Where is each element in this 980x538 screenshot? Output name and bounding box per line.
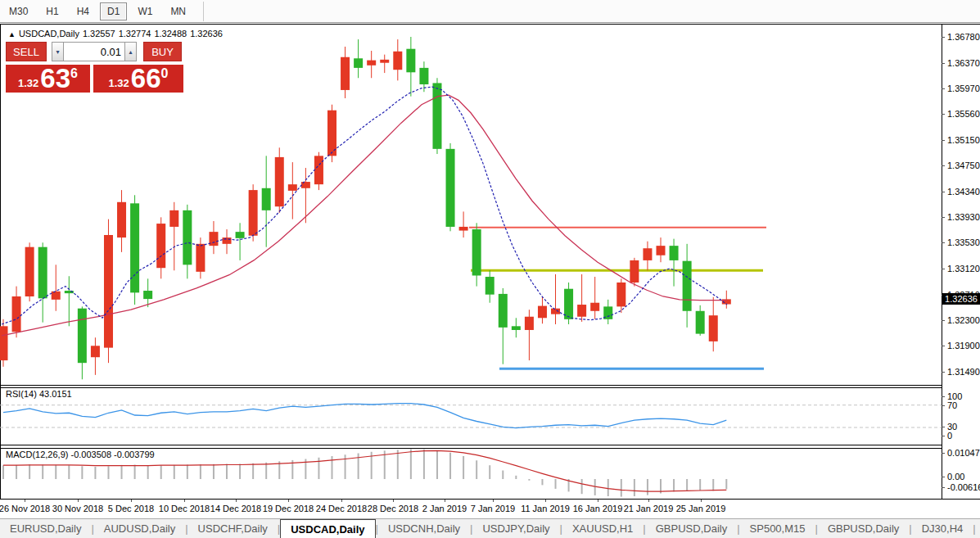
chart-tab-usdchf-daily[interactable]: USDCHF,Daily	[188, 519, 278, 538]
rsi-indicator-chart[interactable]	[0, 388, 942, 445]
ohlc-open: 1.32557	[83, 29, 115, 38]
price-tick-label: 1.36780	[947, 32, 980, 42]
candle-body	[551, 309, 560, 314]
collapse-triangle-icon[interactable]: ▲	[8, 30, 16, 38]
one-click-trading-panel: SELL ▾ ▴ BUY 1.32 63 6 1.32 66 0	[6, 42, 183, 93]
timeframe-toolbar: M30H1H4D1W1MN	[0, 0, 980, 23]
date-tick	[288, 500, 289, 502]
candle-body	[262, 188, 271, 210]
timeframe-button-w1[interactable]: W1	[130, 2, 160, 20]
ask-price-main: 66	[131, 66, 161, 91]
chart-tab-audusd-daily[interactable]: AUDUSD,Daily	[94, 519, 185, 538]
date-tick	[393, 500, 394, 502]
date-axis[interactable]: 26 Nov 201830 Nov 20185 Dec 201810 Dec 2…	[0, 500, 942, 518]
date-label: 25 Jan 2019	[676, 504, 726, 513]
price-tick-label: 1.31900	[947, 341, 980, 350]
candle-body	[367, 61, 376, 66]
macd-axis-tick	[942, 453, 945, 454]
volume-decrease-button[interactable]: ▾	[52, 42, 64, 61]
rsi-axis-label: 70	[947, 400, 957, 410]
chart-tab-usdcnh-daily[interactable]: USDCNH,Daily	[378, 519, 470, 538]
chart-tab-gbpusd-daily[interactable]: GBPUSD,Daily	[818, 519, 909, 538]
timeframe-button-h1[interactable]: H1	[38, 2, 65, 20]
volume-input[interactable]	[64, 42, 124, 61]
price-tick-label: 1.32300	[947, 315, 980, 325]
chart-tab-xauusd-h1[interactable]: XAUUSD,H1	[562, 519, 643, 538]
price-tick-label: 1.33930	[947, 212, 980, 222]
toolbar-separator	[203, 2, 204, 21]
price-tick	[942, 320, 945, 321]
candle-body	[709, 315, 718, 341]
chart-ohlc-header: ▲USDCAD,Daily1.325571.327741.324881.3263…	[8, 29, 226, 38]
date-tick	[341, 500, 342, 502]
candle-body	[52, 292, 61, 300]
chart-tab-sp500-m15[interactable]: SP500,M15	[740, 519, 815, 538]
candle-body	[354, 58, 363, 68]
candle-body	[249, 190, 258, 236]
candle-body	[341, 57, 350, 90]
candle-body	[196, 244, 205, 272]
bid-price-pip: 6	[70, 65, 78, 83]
volume-increase-button[interactable]: ▴	[124, 42, 137, 61]
chart-tab-eurusd-daily[interactable]: EURUSD,Daily	[0, 519, 91, 538]
macd-label: MACD(12,26,9) -0.003508 -0.003799	[6, 450, 155, 459]
date-label: 14 Dec 2018	[210, 504, 261, 513]
chart-tab-tech100-h1[interactable]: TECH100,H1	[976, 519, 980, 538]
candle-body	[78, 309, 87, 363]
price-tick	[942, 346, 945, 346]
candle-body	[380, 60, 389, 63]
price-tick-label: 1.31490	[947, 367, 980, 377]
macd-axis-tick	[942, 487, 945, 488]
sell-button[interactable]: SELL	[6, 42, 47, 61]
price-tick-label: 1.35970	[947, 84, 980, 93]
candle-body	[275, 157, 284, 206]
date-tick	[184, 500, 185, 502]
chart-tab-usdcad-daily[interactable]: USDCAD,Daily	[280, 519, 375, 538]
date-label: 11 Jan 2019	[521, 504, 570, 513]
ask-price-button[interactable]: 1.32 66 0	[93, 65, 183, 93]
date-label: 30 Nov 2018	[52, 504, 103, 513]
price-tick-label: 1.35150	[947, 135, 980, 145]
candle-body	[538, 306, 547, 319]
candle-body	[525, 317, 534, 330]
date-tick	[236, 500, 237, 502]
timeframe-button-mn[interactable]: MN	[163, 2, 193, 20]
date-tick	[493, 500, 494, 502]
candle-body	[406, 49, 415, 73]
bid-price-prefix: 1.32	[18, 75, 38, 92]
price-tick-label: 1.35560	[947, 109, 980, 119]
chart-tab-gbpusd-daily[interactable]: GBPUSD,Daily	[646, 519, 737, 538]
price-tick-label: 1.34340	[947, 187, 980, 197]
price-tick	[942, 140, 945, 141]
candle-body	[25, 247, 34, 296]
rsi-panel-divider[interactable]	[0, 445, 942, 445]
candle-body	[472, 229, 481, 275]
rsi-axis-tick	[942, 427, 945, 427]
chart-tab-usdjpy-daily[interactable]: USDJPY,Daily	[472, 519, 559, 538]
macd-axis-label: -0.006164	[947, 482, 980, 492]
rsi-line	[3, 404, 726, 428]
buy-button[interactable]: BUY	[143, 42, 182, 61]
candle-body	[616, 283, 625, 306]
chart-tab-dj30-h4[interactable]: DJ30,H4	[912, 519, 973, 538]
main-panel-divider[interactable]	[0, 385, 942, 386]
timeframe-button-d1[interactable]: D1	[100, 2, 127, 20]
date-label: 24 Dec 2018	[316, 504, 367, 513]
bid-price-button[interactable]: 1.32 63 6	[6, 65, 90, 93]
candle-body	[223, 237, 232, 244]
rsi-axis-tick	[942, 405, 945, 406]
candle-body	[670, 246, 679, 260]
date-label: 26 Nov 2018	[0, 504, 50, 513]
macd-axis-label: 0.010471	[947, 448, 980, 458]
date-label: 16 Jan 2019	[573, 504, 623, 513]
candle-body	[130, 203, 139, 292]
timeframe-button-m30[interactable]: M30	[2, 2, 35, 20]
current-price-tag: 1.32636	[942, 293, 980, 305]
rsi-axis-label: 0	[947, 431, 952, 441]
date-label: 5 Dec 2018	[108, 504, 154, 513]
candle-body	[143, 291, 152, 299]
candle-body	[432, 83, 441, 148]
rsi-axis-tick	[942, 396, 945, 397]
timeframe-button-h4[interactable]: H4	[70, 2, 97, 20]
candle-body	[577, 305, 586, 317]
